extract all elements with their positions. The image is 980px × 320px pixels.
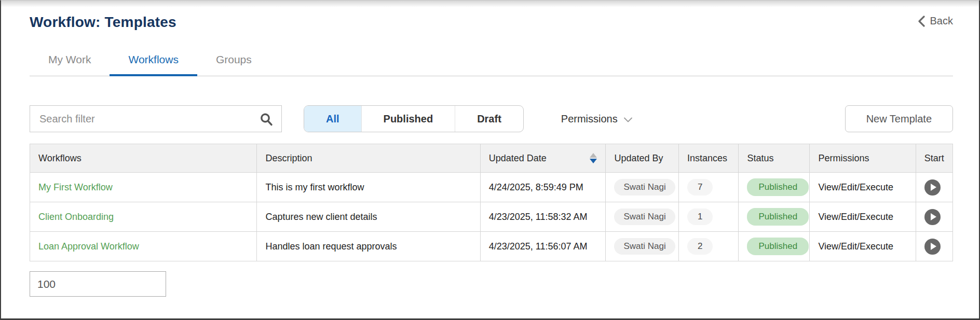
tab-my-work[interactable]: My Work [30,47,110,76]
instances-badge: 7 [687,179,713,196]
status-badge: Published [747,208,809,226]
updated-date: 4/23/2025, 11:58:32 AM [480,202,606,232]
search-box [30,105,282,132]
filter-all[interactable]: All [304,106,362,132]
chevron-down-icon [624,116,632,122]
column-header-description[interactable]: Description [257,144,480,173]
tab-groups[interactable]: Groups [197,47,270,76]
new-template-button[interactable]: New Template [845,105,953,132]
table-header-row: Workflows Description Updated Date Updat… [30,144,953,173]
page-title: Workflow: Templates [30,14,176,31]
workflow-name-link[interactable]: My First Workflow [38,182,113,192]
permissions-value: View/Edit/Execute [810,202,916,232]
updated-date: 4/24/2025, 8:59:49 PM [480,173,606,202]
filter-draft[interactable]: Draft [455,106,523,132]
status-filter-group: All Published Draft [304,105,524,132]
back-label: Back [930,15,953,27]
column-header-permissions[interactable]: Permissions [810,144,916,173]
page-size-input[interactable] [30,271,166,297]
back-button[interactable]: Back [918,15,953,27]
instances-badge: 2 [687,238,713,255]
workflow-description: This is my first workflow [257,173,480,202]
sort-asc-triangle [590,153,597,158]
updated-by-badge: Swati Nagi [614,238,675,255]
sort-desc-triangle [590,159,597,163]
table-row: Loan Approval Workflow Handles loan requ… [30,232,953,261]
table-row: Client Onboarding Captures new client de… [30,202,953,232]
search-input[interactable] [30,106,281,132]
instances-badge: 1 [687,208,713,225]
workflows-table: Workflows Description Updated Date Updat… [30,144,953,261]
updated-by-badge: Swati Nagi [614,208,675,225]
sort-icon[interactable] [590,153,597,163]
column-header-instances[interactable]: Instances [678,144,739,173]
permissions-dropdown[interactable]: Permissions [561,113,632,125]
column-header-updated-date[interactable]: Updated Date [480,144,606,173]
start-workflow-button[interactable] [924,239,941,255]
workflow-name-link[interactable]: Loan Approval Workflow [38,241,139,252]
tab-bar: My Work Workflows Groups [30,47,953,76]
column-header-status[interactable]: Status [739,144,810,173]
workflow-description: Captures new client details [257,202,480,232]
workflow-name-link[interactable]: Client Onboarding [38,212,114,222]
chevron-left-icon [918,16,925,27]
updated-date: 4/23/2025, 11:56:07 AM [480,232,606,261]
column-header-updated-date-label: Updated Date [489,153,547,164]
start-workflow-button[interactable] [924,179,941,196]
status-badge: Published [747,238,809,255]
tab-workflows[interactable]: Workflows [110,47,197,76]
permissions-value: View/Edit/Execute [810,173,916,202]
app-window: Workflow: Templates Back My Work Workflo… [0,0,980,320]
status-badge: Published [747,178,809,196]
column-header-workflows[interactable]: Workflows [30,144,257,173]
updated-by-badge: Swati Nagi [614,179,675,196]
page-header: Workflow: Templates Back [30,14,953,31]
workflow-description: Handles loan request approvals [257,232,480,261]
start-workflow-button[interactable] [924,209,941,225]
search-icon[interactable] [260,113,273,128]
permissions-value: View/Edit/Execute [810,232,916,261]
permissions-dropdown-label: Permissions [561,113,618,125]
column-header-updated-by[interactable]: Updated By [606,144,678,173]
filter-published[interactable]: Published [362,106,456,132]
table-row: My First Workflow This is my first workf… [30,173,953,202]
toolbar: All Published Draft Permissions New Temp… [30,105,953,132]
column-header-start[interactable]: Start [916,144,952,173]
